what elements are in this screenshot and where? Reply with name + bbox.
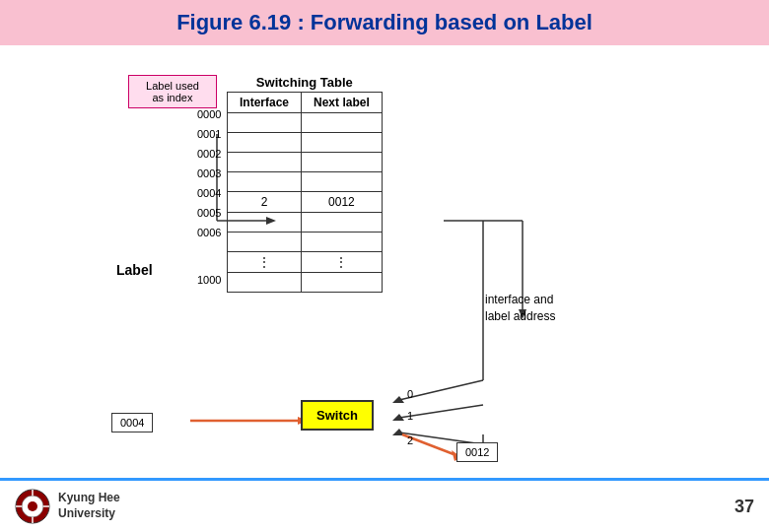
cell-next-label xyxy=(302,213,383,233)
university-name: Kyung Hee University xyxy=(58,491,120,521)
header: Figure 6.19 : Forwarding based on Label xyxy=(0,0,769,45)
cell-next-label xyxy=(302,233,383,252)
svg-marker-8 xyxy=(392,414,404,421)
label-text: Label xyxy=(116,262,153,278)
cell-next-label xyxy=(302,273,383,293)
cell-interface xyxy=(228,172,302,192)
box-0004-bottom: 0004 xyxy=(111,413,153,432)
university-emblem xyxy=(15,489,50,524)
footer-logo: Kyung Hee University xyxy=(15,489,120,524)
switch-output-2: 2 xyxy=(407,434,413,446)
cell-interface xyxy=(228,153,302,172)
cell-next-label: ⋮ xyxy=(302,252,383,273)
switching-table-title: Switching Table xyxy=(227,75,383,90)
cell-interface xyxy=(228,213,302,233)
table-row: ⋮⋮ xyxy=(228,252,383,273)
box-0012-bottom: 0012 xyxy=(456,442,498,462)
cell-next-label xyxy=(302,153,383,172)
cell-next-label xyxy=(302,172,383,192)
cell-interface xyxy=(228,133,302,153)
row-index-label: 0000 xyxy=(197,104,221,124)
cell-next-label xyxy=(302,133,383,153)
table-row xyxy=(228,113,383,133)
svg-point-21 xyxy=(28,501,37,511)
label-index-box: Label used as index xyxy=(128,75,217,108)
table-row xyxy=(228,213,383,233)
cell-interface xyxy=(228,113,302,133)
table-row xyxy=(228,133,383,153)
page-title: Figure 6.19 : Forwarding based on Label xyxy=(20,10,749,35)
row-index-label: 0003 xyxy=(197,164,221,183)
row-index-label: 0002 xyxy=(197,144,221,164)
cell-next-label xyxy=(302,113,383,133)
table-row: 20012 xyxy=(228,192,383,213)
switch-box: Switch xyxy=(301,400,374,431)
table-row xyxy=(228,273,383,293)
table-row xyxy=(228,172,383,192)
row-index-label: 0006 xyxy=(197,223,221,242)
switching-table: Interface Next label 20012⋮⋮ xyxy=(227,92,383,293)
cell-interface: 2 xyxy=(228,192,302,213)
col-interface: Interface xyxy=(228,93,302,113)
label-indices: 00000001000200030004000500061000 xyxy=(197,104,221,290)
cell-interface xyxy=(228,273,302,293)
interface-label-text: interface andlabel address xyxy=(485,292,555,325)
switch-output-1: 1 xyxy=(407,410,413,422)
cell-interface xyxy=(228,233,302,252)
cell-interface: ⋮ xyxy=(228,252,302,273)
row-index-label: 0001 xyxy=(197,124,221,144)
col-next-label: Next label xyxy=(302,93,383,113)
footer: Kyung Hee University 37 xyxy=(0,478,769,532)
row-index-label xyxy=(197,242,221,270)
switching-table-container: Switching Table Interface Next label 200… xyxy=(227,75,383,293)
row-index-label: 0005 xyxy=(197,203,221,223)
row-index-label: 1000 xyxy=(197,270,221,290)
table-row xyxy=(228,153,383,172)
switch-output-0: 0 xyxy=(407,388,413,400)
page-number: 37 xyxy=(734,497,754,517)
main-content: Label used as index Switching Table Inte… xyxy=(0,45,769,499)
row-index-label: 0004 xyxy=(197,183,221,203)
svg-marker-11 xyxy=(392,429,404,435)
svg-marker-6 xyxy=(392,396,404,403)
table-row xyxy=(228,233,383,252)
cell-next-label: 0012 xyxy=(302,192,383,213)
